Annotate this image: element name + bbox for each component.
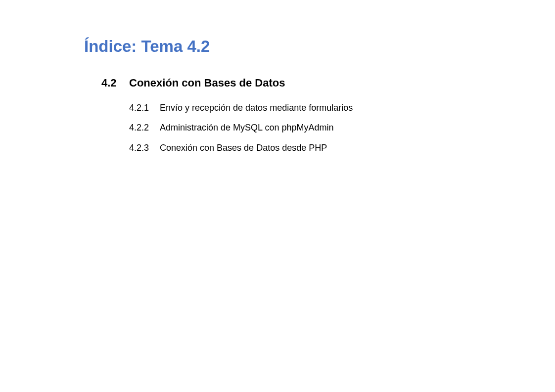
section-number: 4.2 bbox=[101, 77, 129, 89]
subsection-number: 4.2.3 bbox=[129, 142, 160, 154]
subsection-item: 4.2.1 Envío y recepción de datos mediant… bbox=[129, 102, 555, 114]
subsection-number: 4.2.2 bbox=[129, 122, 160, 133]
subsection-label: Envío y recepción de datos mediante form… bbox=[160, 102, 353, 114]
subsection-item: 4.2.2 Administración de MySQL con phpMyA… bbox=[129, 122, 555, 133]
subsection-label: Administración de MySQL con phpMyAdmin bbox=[160, 122, 333, 133]
subsection-item: 4.2.3 Conexión con Bases de Datos desde … bbox=[129, 142, 555, 154]
section-header: 4.2 Conexión con Bases de Datos bbox=[101, 77, 555, 89]
subsection-list: 4.2.1 Envío y recepción de datos mediant… bbox=[129, 102, 555, 154]
subsection-number: 4.2.1 bbox=[129, 102, 160, 114]
index-section: 4.2 Conexión con Bases de Datos 4.2.1 En… bbox=[101, 77, 555, 154]
subsection-label: Conexión con Bases de Datos desde PHP bbox=[160, 142, 327, 154]
page-title: Índice: Tema 4.2 bbox=[84, 37, 555, 56]
section-label: Conexión con Bases de Datos bbox=[129, 77, 285, 89]
